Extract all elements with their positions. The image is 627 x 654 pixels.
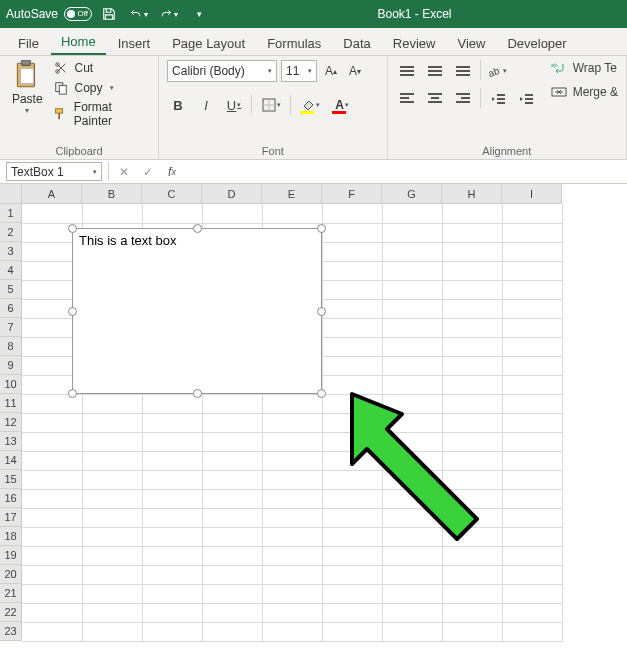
cell[interactable] — [322, 565, 382, 584]
tab-review[interactable]: Review — [383, 30, 446, 55]
cell[interactable] — [502, 242, 562, 261]
row-header[interactable]: 2 — [0, 223, 22, 242]
cell[interactable] — [382, 489, 442, 508]
cell[interactable] — [502, 223, 562, 242]
select-all-corner[interactable] — [0, 184, 22, 204]
cell[interactable] — [82, 470, 142, 489]
tab-home[interactable]: Home — [51, 28, 106, 55]
column-header[interactable]: F — [322, 184, 382, 204]
cell[interactable] — [142, 622, 202, 641]
align-bottom-button[interactable] — [452, 60, 474, 82]
row-header[interactable]: 1 — [0, 204, 22, 223]
align-center-button[interactable] — [424, 88, 446, 110]
cell[interactable] — [382, 318, 442, 337]
resize-handle-n[interactable] — [193, 224, 202, 233]
cell[interactable] — [22, 432, 82, 451]
cell[interactable] — [202, 451, 262, 470]
formula-input[interactable] — [187, 160, 627, 183]
cell[interactable] — [142, 565, 202, 584]
cell[interactable] — [82, 565, 142, 584]
decrease-font-size-button[interactable]: A▾ — [345, 60, 365, 82]
cell[interactable] — [142, 470, 202, 489]
column-header[interactable]: A — [22, 184, 82, 204]
cell[interactable] — [322, 603, 382, 622]
cell[interactable] — [382, 622, 442, 641]
cell[interactable] — [262, 584, 322, 603]
cell[interactable] — [322, 527, 382, 546]
column-header[interactable]: G — [382, 184, 442, 204]
cell[interactable] — [82, 451, 142, 470]
cell[interactable] — [202, 565, 262, 584]
cell[interactable] — [442, 356, 502, 375]
cell[interactable] — [322, 508, 382, 527]
cell[interactable] — [502, 546, 562, 565]
autosave-toggle[interactable]: AutoSave Off — [6, 7, 92, 21]
cell[interactable] — [382, 603, 442, 622]
cell[interactable] — [502, 318, 562, 337]
cell[interactable] — [382, 451, 442, 470]
cell[interactable] — [382, 204, 442, 223]
cell[interactable] — [262, 413, 322, 432]
cell[interactable] — [322, 375, 382, 394]
cell[interactable] — [262, 603, 322, 622]
row-header[interactable]: 13 — [0, 432, 22, 451]
resize-handle-w[interactable] — [68, 307, 77, 316]
cell[interactable] — [502, 489, 562, 508]
align-top-button[interactable] — [396, 60, 418, 82]
cell[interactable] — [442, 451, 502, 470]
cell[interactable] — [22, 565, 82, 584]
cut-button[interactable]: Cut — [53, 60, 151, 76]
cell[interactable] — [322, 584, 382, 603]
row-header[interactable]: 15 — [0, 470, 22, 489]
row-header[interactable]: 12 — [0, 413, 22, 432]
column-header[interactable]: D — [202, 184, 262, 204]
cell[interactable] — [322, 204, 382, 223]
underline-button[interactable]: U▾ — [223, 94, 245, 116]
cell[interactable] — [382, 413, 442, 432]
cell[interactable] — [82, 603, 142, 622]
bold-button[interactable]: B — [167, 94, 189, 116]
cell[interactable] — [382, 584, 442, 603]
cell[interactable] — [22, 413, 82, 432]
cell[interactable] — [202, 584, 262, 603]
row-header[interactable]: 6 — [0, 299, 22, 318]
cell[interactable] — [142, 508, 202, 527]
name-box[interactable]: TextBox 1 ▾ — [6, 162, 102, 181]
cell[interactable] — [322, 318, 382, 337]
tab-formulas[interactable]: Formulas — [257, 30, 331, 55]
cell[interactable] — [82, 413, 142, 432]
cell[interactable] — [22, 204, 82, 223]
cell[interactable] — [442, 204, 502, 223]
resize-handle-s[interactable] — [193, 389, 202, 398]
cell[interactable] — [82, 489, 142, 508]
cell[interactable] — [502, 451, 562, 470]
row-header[interactable]: 21 — [0, 584, 22, 603]
cell[interactable] — [142, 451, 202, 470]
row-header[interactable]: 16 — [0, 489, 22, 508]
cell[interactable] — [502, 280, 562, 299]
cell[interactable] — [502, 337, 562, 356]
cell[interactable] — [262, 527, 322, 546]
cell[interactable] — [442, 603, 502, 622]
cell[interactable] — [502, 204, 562, 223]
cell[interactable] — [142, 584, 202, 603]
cell[interactable] — [382, 508, 442, 527]
cell[interactable] — [502, 470, 562, 489]
cell[interactable] — [502, 375, 562, 394]
cell[interactable] — [382, 375, 442, 394]
cell[interactable] — [442, 337, 502, 356]
row-header[interactable]: 18 — [0, 527, 22, 546]
cell[interactable] — [322, 223, 382, 242]
cell[interactable] — [382, 223, 442, 242]
enter-formula-button[interactable]: ✓ — [139, 163, 157, 181]
cell[interactable] — [22, 451, 82, 470]
row-header[interactable]: 9 — [0, 356, 22, 375]
cell[interactable] — [202, 508, 262, 527]
row-header[interactable]: 19 — [0, 546, 22, 565]
cell[interactable] — [442, 375, 502, 394]
cell[interactable] — [22, 489, 82, 508]
cell[interactable] — [442, 223, 502, 242]
cell[interactable] — [322, 432, 382, 451]
cell[interactable] — [22, 622, 82, 641]
cell[interactable] — [502, 299, 562, 318]
